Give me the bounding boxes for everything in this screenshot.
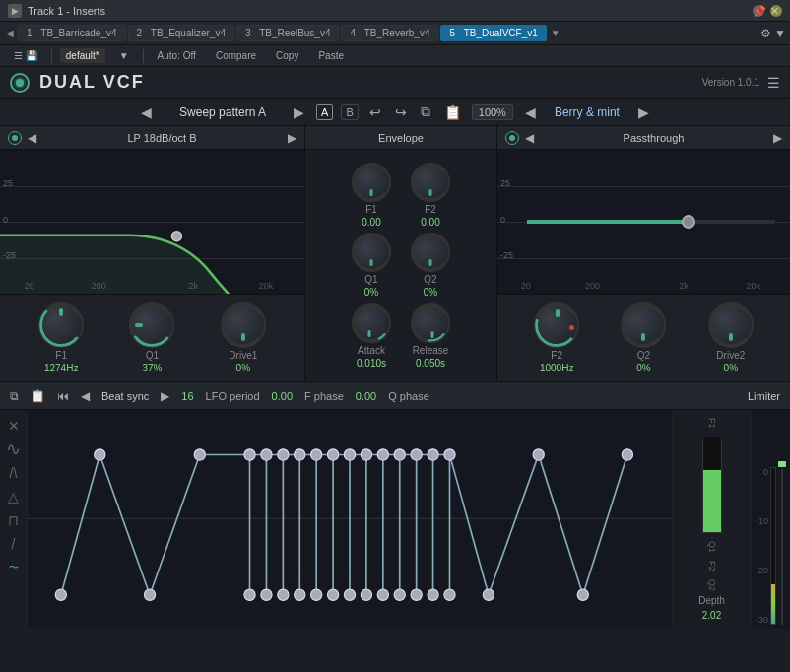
- env-f2-arc: [409, 161, 452, 204]
- svg-point-34: [55, 589, 66, 600]
- plugin-tab-3[interactable]: 4 - TB_Reverb_v4: [341, 25, 438, 41]
- drive2-knob[interactable]: [708, 302, 754, 348]
- pass-grid-25: [497, 186, 790, 187]
- filter-type-prev[interactable]: ◀: [28, 131, 36, 145]
- plugin-tab-0[interactable]: 1 - TB_Barricade_v4: [18, 25, 126, 41]
- release-knob[interactable]: [411, 303, 450, 343]
- lfo-shape-x[interactable]: ✕: [4, 418, 24, 434]
- preset-next[interactable]: ▶: [634, 104, 653, 120]
- attack-knob[interactable]: [352, 303, 391, 343]
- attack-label: Attack: [358, 345, 385, 356]
- plugin-tab-2[interactable]: 3 - TB_ReelBus_v4: [236, 25, 340, 41]
- env-f1-container: F1 0.00: [352, 163, 391, 228]
- preset-name-display: Berry & mint: [548, 105, 626, 119]
- pin-button[interactable]: 📌: [753, 5, 764, 17]
- paste-button[interactable]: Paste: [312, 48, 350, 63]
- drive1-knob-label: Drive1: [229, 350, 257, 361]
- pass-freq-slider[interactable]: [527, 220, 775, 224]
- env-f1-knob[interactable]: [352, 163, 391, 202]
- meter-slider-area[interactable]: [778, 457, 786, 625]
- svg-point-42: [278, 449, 289, 460]
- lfo-shape-sine[interactable]: ∿: [4, 441, 24, 457]
- tab-scroll-right[interactable]: ▼: [549, 28, 562, 38]
- ab-button-a[interactable]: A: [316, 104, 333, 120]
- lfo-shape-custom[interactable]: 〜: [4, 560, 24, 575]
- depth-bar[interactable]: [702, 437, 722, 534]
- pass-type-prev[interactable]: ◀: [525, 131, 534, 145]
- filter-panel-header: ◀ LP 18dB/oct B ▶: [0, 126, 304, 150]
- pass-eq-display[interactable]: 25 0 -25 20 200 2k 20k: [497, 150, 790, 294]
- lfo-main: ✕ ∿ /\ △ ⊓ / 〜: [0, 410, 790, 629]
- f2-knob-label: F2: [551, 350, 562, 361]
- dropdown-arrow[interactable]: ▼: [113, 48, 135, 63]
- copy-pattern-button[interactable]: ⧉: [418, 103, 433, 120]
- undo-button[interactable]: ↩: [366, 104, 384, 120]
- q2-knob[interactable]: [621, 302, 666, 348]
- lfo-beat-prev[interactable]: ◀: [81, 389, 90, 403]
- env-f-row: F1 0.00 F2 0.00: [352, 163, 450, 228]
- env-q2-label: Q2: [424, 274, 436, 285]
- svg-point-47: [311, 589, 322, 600]
- meter-bar-visual: [770, 467, 776, 625]
- lfo-reset-icon[interactable]: ⏮: [57, 389, 69, 403]
- pattern-next[interactable]: ▶: [290, 104, 308, 120]
- preset-prev[interactable]: ◀: [521, 104, 540, 120]
- compare-button[interactable]: Compare: [210, 48, 262, 63]
- svg-point-46: [311, 449, 322, 460]
- close-button[interactable]: ✕: [770, 5, 782, 17]
- q2-arc-svg: [618, 300, 669, 351]
- drive1-knob[interactable]: [221, 302, 266, 348]
- redo-button[interactable]: ↪: [392, 104, 410, 120]
- lfo-period-label: LFO period: [206, 390, 260, 402]
- pass-type-next[interactable]: ▶: [773, 131, 782, 145]
- lfo-shape-tri[interactable]: △: [4, 489, 24, 504]
- lfo-shape-ramp[interactable]: /: [4, 536, 24, 552]
- svg-point-39: [244, 589, 255, 600]
- svg-point-53: [361, 589, 371, 600]
- menu-icon[interactable]: ☰: [767, 75, 780, 91]
- env-f1-indicator: [370, 189, 373, 196]
- lfo-qphase-label: Q phase: [388, 390, 429, 402]
- lfo-beat-next[interactable]: ▶: [161, 389, 169, 403]
- meter-slider-thumb[interactable]: [778, 461, 786, 467]
- zoom-display[interactable]: 100%: [472, 104, 513, 120]
- attack-indicator: [368, 330, 371, 337]
- preset-name[interactable]: default*: [60, 48, 105, 63]
- paste-pattern-button[interactable]: 📋: [441, 104, 464, 120]
- plugin-power-button[interactable]: [10, 73, 30, 93]
- tab-scroll-left[interactable]: ◀: [4, 28, 16, 38]
- lfo-copy-icon[interactable]: ⧉: [10, 389, 19, 403]
- lfo-shape-saw[interactable]: /\: [4, 465, 24, 481]
- main-area: ◀ LP 18dB/oct B ▶ 25 0 -25 20 200 2k 20k: [0, 126, 790, 382]
- filter-power-indicator: [12, 135, 18, 141]
- pattern-name: Sweep pattern A: [164, 105, 282, 119]
- f1-knob[interactable]: [38, 302, 84, 348]
- env-q1-container: Q1 0%: [352, 233, 391, 298]
- lfo-canvas[interactable]: [28, 410, 672, 629]
- filter-power-button[interactable]: [8, 131, 22, 145]
- passthrough-panel: ◀ Passthrough ▶ 25 0 -25 20 200 2k 20k: [497, 126, 790, 381]
- lfo-paste-icon[interactable]: 📋: [31, 389, 45, 403]
- copy-button[interactable]: Copy: [270, 48, 304, 63]
- env-f2-knob[interactable]: [411, 163, 450, 202]
- auto-off-button[interactable]: Auto: Off: [152, 48, 202, 63]
- filter-type-next[interactable]: ▶: [288, 131, 296, 145]
- env-q1-knob[interactable]: [352, 233, 391, 272]
- f2-knob[interactable]: [534, 302, 579, 348]
- meter-label-0: 0: [756, 467, 768, 477]
- title-bar: ▶ Track 1 - Inserts 📌 ✕: [0, 0, 790, 22]
- lfo-shape-selector: ✕ ∿ /\ △ ⊓ / 〜: [0, 410, 28, 629]
- q1-knob[interactable]: [129, 302, 174, 348]
- pass-power-button[interactable]: [505, 131, 519, 145]
- plugin-tab-bar: ◀ 1 - TB_Barricade_v4 2 - TB_Equalizer_v…: [0, 22, 790, 45]
- plugin-tab-4[interactable]: 5 - TB_DualVCF_v1: [440, 25, 546, 41]
- filter-eq-display[interactable]: 25 0 -25 20 200 2k 20k: [0, 150, 304, 294]
- gear-icon[interactable]: ⚙ ▼: [760, 27, 786, 40]
- pass-slider-thumb[interactable]: [682, 215, 695, 229]
- plugin-tab-1[interactable]: 2 - TB_Equalizer_v4: [128, 25, 234, 41]
- pattern-prev[interactable]: ◀: [137, 104, 156, 120]
- ab-button-b[interactable]: B: [341, 104, 358, 120]
- env-q2-knob[interactable]: [411, 233, 450, 272]
- lfo-shape-square[interactable]: ⊓: [4, 512, 24, 528]
- lfo-limiter[interactable]: Limiter: [748, 390, 780, 402]
